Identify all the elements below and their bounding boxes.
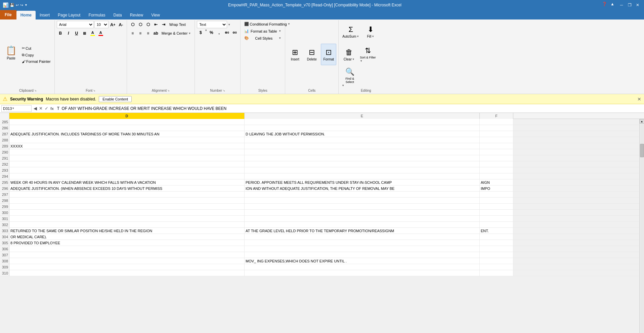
- tab-file[interactable]: File: [0, 10, 16, 19]
- underline-button[interactable]: U: [73, 30, 80, 37]
- indent-decrease-button[interactable]: ⇤: [152, 21, 160, 28]
- cell-e-297[interactable]: [245, 192, 480, 197]
- align-top-left-button[interactable]: ⬡: [129, 21, 136, 28]
- cell-d-289[interactable]: XXXXX: [9, 143, 245, 149]
- format-as-table-button[interactable]: 📊 Format as Table ▼: [243, 28, 283, 34]
- cell-d-303[interactable]: RETURNED TO THE SAME OR SIMILAR POSITION…: [9, 228, 245, 234]
- close-button[interactable]: ✕: [634, 2, 641, 8]
- row-number[interactable]: 296: [0, 185, 9, 191]
- minimize-button[interactable]: ─: [618, 2, 625, 8]
- row-number[interactable]: 288: [0, 137, 9, 143]
- tab-insert[interactable]: Insert: [36, 11, 54, 19]
- cell-f-306[interactable]: [480, 246, 513, 252]
- merge-center-arrow[interactable]: ▼: [188, 32, 191, 35]
- cell-e-285[interactable]: [245, 119, 480, 125]
- decimal-dec-button[interactable]: ⊖0: [231, 29, 238, 36]
- cell-d-302[interactable]: [9, 222, 245, 227]
- cell-f-307[interactable]: [480, 252, 513, 258]
- cancel-formula-button[interactable]: ✕: [38, 106, 43, 111]
- cell-f-289[interactable]: [480, 143, 513, 149]
- wrap-text-button[interactable]: Wrap Text: [168, 22, 187, 28]
- cell-d-293[interactable]: [9, 167, 245, 173]
- cell-d-291[interactable]: [9, 155, 245, 161]
- font-expand[interactable]: ↘: [93, 89, 95, 92]
- align-top-right-button[interactable]: ⬡: [144, 21, 152, 28]
- cell-f-297[interactable]: [480, 192, 513, 197]
- ribbon-toggle[interactable]: ▲: [610, 2, 614, 8]
- formula-input[interactable]: [56, 106, 643, 111]
- align-top-center-button[interactable]: ⬡: [137, 21, 144, 28]
- cell-e-310[interactable]: [245, 270, 480, 276]
- cell-d-305[interactable]: 8 PROVIDED TO EMPLOYEE: [9, 240, 245, 246]
- cell-e-309[interactable]: [245, 264, 480, 270]
- cell-e-296[interactable]: ION AND WITHOUT ADEQUATE JUSTIFICATION, …: [245, 185, 480, 191]
- number-format-select[interactable]: Text: [197, 21, 227, 28]
- security-close-button[interactable]: ✕: [637, 96, 641, 102]
- cell-e-307[interactable]: [245, 252, 480, 258]
- cell-d-285[interactable]: [9, 119, 245, 125]
- cell-d-307[interactable]: [9, 252, 245, 258]
- sort-filter-arrow[interactable]: ▼: [360, 59, 362, 63]
- cell-d-308[interactable]: [9, 258, 245, 264]
- cell-e-304[interactable]: [245, 234, 480, 240]
- row-number[interactable]: 300: [0, 210, 9, 215]
- row-number[interactable]: 299: [0, 204, 9, 209]
- cell-f-301[interactable]: [480, 216, 513, 221]
- row-number[interactable]: 293: [0, 167, 9, 173]
- delete-button[interactable]: ⊟ Delete: [304, 44, 319, 65]
- cell-e-292[interactable]: [245, 161, 480, 167]
- row-number[interactable]: 291: [0, 155, 9, 161]
- help-icon[interactable]: ❓: [602, 2, 607, 8]
- border-button[interactable]: ⊞: [81, 30, 88, 37]
- cell-d-294[interactable]: [9, 173, 245, 179]
- cell-f-292[interactable]: [480, 161, 513, 167]
- clear-button[interactable]: 🗑 Clear ▼: [341, 44, 357, 65]
- cell-e-302[interactable]: [245, 222, 480, 227]
- row-number[interactable]: 309: [0, 264, 9, 270]
- cell-f-300[interactable]: [480, 210, 513, 215]
- font-color-button[interactable]: A: [97, 30, 104, 37]
- row-number[interactable]: 307: [0, 252, 9, 258]
- cell-f-287[interactable]: [480, 131, 513, 137]
- cell-f-299[interactable]: [480, 204, 513, 209]
- cell-d-310[interactable]: [9, 270, 245, 276]
- number-expand[interactable]: ↘: [223, 89, 225, 92]
- tab-review[interactable]: Review: [126, 11, 147, 19]
- row-number[interactable]: 286: [0, 125, 9, 131]
- indent-increase-button[interactable]: ⇥: [160, 21, 167, 28]
- bold-button[interactable]: B: [57, 30, 64, 37]
- row-number[interactable]: 305: [0, 240, 9, 246]
- cell-styles-arrow[interactable]: ▼: [278, 37, 281, 40]
- cell-f-291[interactable]: [480, 155, 513, 161]
- row-number[interactable]: 306: [0, 246, 9, 252]
- format-table-arrow[interactable]: ▼: [278, 30, 281, 33]
- cell-f-290[interactable]: [480, 149, 513, 155]
- cell-e-299[interactable]: [245, 204, 480, 209]
- scroll-track[interactable]: [640, 124, 644, 333]
- expand-formula-button[interactable]: ◀: [33, 106, 38, 111]
- row-number[interactable]: 303: [0, 228, 9, 234]
- cell-d-300[interactable]: [9, 210, 245, 215]
- cell-f-293[interactable]: [480, 167, 513, 173]
- undo-icon[interactable]: ↩: [16, 3, 19, 7]
- tab-view[interactable]: View: [147, 11, 164, 19]
- cell-d-299[interactable]: [9, 204, 245, 209]
- redo-icon[interactable]: ↪: [20, 3, 23, 7]
- cell-d-306[interactable]: [9, 246, 245, 252]
- restore-button[interactable]: ❐: [626, 2, 633, 8]
- cell-f-298[interactable]: [480, 198, 513, 203]
- row-number[interactable]: 298: [0, 198, 9, 203]
- fill-color-button[interactable]: A: [89, 30, 96, 37]
- cell-d-295[interactable]: WEEK OR 40 HOURS IN ANY CALENDAR WEEK WH…: [9, 179, 245, 185]
- enable-content-button[interactable]: Enable Content: [99, 96, 132, 102]
- row-number[interactable]: 310: [0, 270, 9, 276]
- merge-center-button[interactable]: Merge & Center ▼: [160, 30, 193, 36]
- insert-function-button[interactable]: fx: [50, 107, 54, 111]
- number-format-arrow[interactable]: ▼: [228, 23, 230, 26]
- font-shrink-button[interactable]: A-: [117, 21, 125, 28]
- cell-f-310[interactable]: [480, 270, 513, 276]
- tab-formulas[interactable]: Formulas: [84, 11, 109, 19]
- clear-arrow[interactable]: ▼: [352, 58, 355, 61]
- row-number[interactable]: 308: [0, 258, 9, 264]
- cell-styles-button[interactable]: 🎨 Cell Styles ▼: [243, 35, 283, 41]
